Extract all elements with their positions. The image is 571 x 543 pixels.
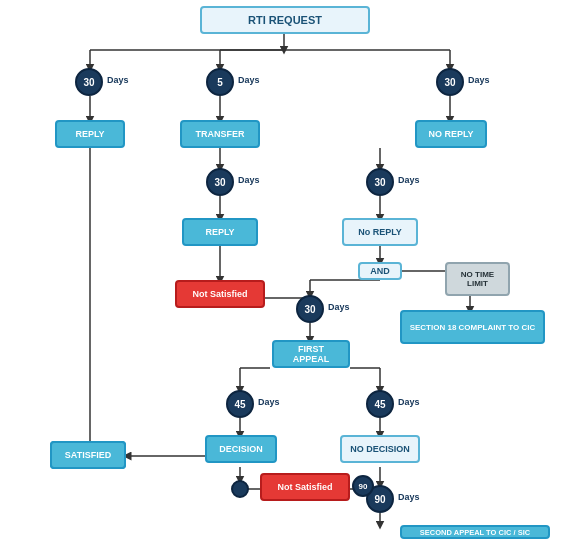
days-label-30-and: Days — [328, 302, 350, 312]
days-label-45-nodecision: Days — [398, 397, 420, 407]
oval-5-center: 5 — [206, 68, 234, 96]
oval-30-left: 30 — [75, 68, 103, 96]
not-satisfied2-box: Not Satisfied — [260, 473, 350, 501]
transfer-box: TRANSFER — [180, 120, 260, 148]
reply1-label: REPLY — [75, 129, 104, 139]
no-decision-box: NO DECISION — [340, 435, 420, 463]
not-satisfied1-label: Not Satisfied — [192, 289, 247, 299]
first-appeal-label: FIRST APPEAL — [279, 344, 343, 364]
section18-label: SECTION 18 COMPLAINT TO CIC — [410, 323, 536, 332]
and-box: AND — [358, 262, 402, 280]
no-reply-label: NO REPLY — [428, 129, 473, 139]
no-reply-box: NO REPLY — [415, 120, 487, 148]
no-reply2-label: No REPLY — [358, 227, 402, 237]
junction-dot — [231, 480, 249, 498]
days-label-90: Days — [398, 492, 420, 502]
days-label-30-right: Days — [468, 75, 490, 85]
days-label-5: Days — [238, 75, 260, 85]
days-label-45-decision: Days — [258, 397, 280, 407]
oval-5-center-label: 5 — [217, 77, 223, 88]
days-label-30-transfer: Days — [238, 175, 260, 185]
oval-30-transfer: 30 — [206, 168, 234, 196]
rti-request-box: RTI REQUEST — [200, 6, 370, 34]
decision-box: DECISION — [205, 435, 277, 463]
reply1-box: REPLY — [55, 120, 125, 148]
reply2-label: REPLY — [205, 227, 234, 237]
days-label-30-left: Days — [107, 75, 129, 85]
oval-30-right: 30 — [436, 68, 464, 96]
oval-45-nodecision: 45 — [366, 390, 394, 418]
oval-30-left-label: 30 — [83, 77, 94, 88]
and-label: AND — [370, 266, 390, 276]
transfer-label: TRANSFER — [196, 129, 245, 139]
reply2-box: REPLY — [182, 218, 258, 246]
oval-90b: 90 — [352, 475, 374, 497]
satisfied2-box: SATISFIED — [50, 441, 126, 469]
section18-box: SECTION 18 COMPLAINT TO CIC — [400, 310, 545, 344]
not-satisfied1-box: Not Satisfied — [175, 280, 265, 308]
oval-30-and-label: 30 — [304, 304, 315, 315]
oval-45-nodecision-label: 45 — [374, 399, 385, 410]
second-appeal-box: SECOND APPEAL TO CIC / SIC — [400, 525, 550, 539]
no-time-limit-box: NO TIME LIMIT — [445, 262, 510, 296]
no-time-limit-label: NO TIME LIMIT — [451, 270, 504, 288]
decision-label: DECISION — [219, 444, 263, 454]
second-appeal-label: SECOND APPEAL TO CIC / SIC — [420, 528, 530, 537]
oval-30-right-label: 30 — [444, 77, 455, 88]
no-decision-label: NO DECISION — [350, 444, 410, 454]
oval-45-decision-label: 45 — [234, 399, 245, 410]
rti-request-label: RTI REQUEST — [248, 14, 322, 26]
oval-45-decision: 45 — [226, 390, 254, 418]
oval-30-and: 30 — [296, 295, 324, 323]
oval-30-noreply-label: 30 — [374, 177, 385, 188]
satisfied2-label: SATISFIED — [65, 450, 111, 460]
oval-30-noreply: 30 — [366, 168, 394, 196]
no-reply2-box: No REPLY — [342, 218, 418, 246]
first-appeal-box: FIRST APPEAL — [272, 340, 350, 368]
not-satisfied2-label: Not Satisfied — [277, 482, 332, 492]
oval-30-transfer-label: 30 — [214, 177, 225, 188]
oval-90-label: 90 — [374, 494, 385, 505]
oval-90b-label: 90 — [359, 482, 368, 491]
days-label-30-noreply: Days — [398, 175, 420, 185]
